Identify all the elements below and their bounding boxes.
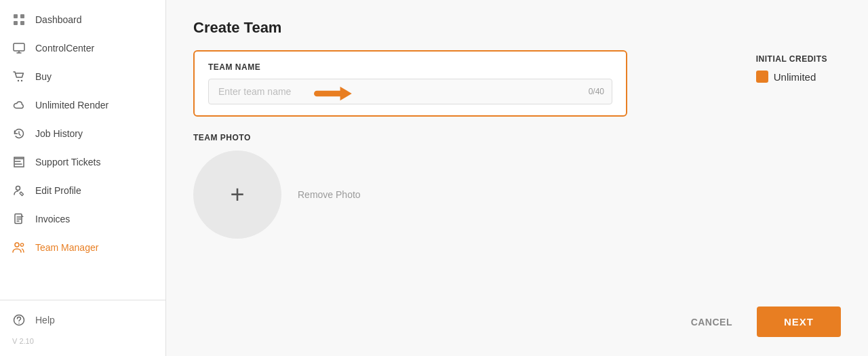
sidebar-item-dashboard[interactable]: Dashboard xyxy=(0,5,165,34)
photo-upload-circle[interactable]: + xyxy=(193,151,281,239)
sidebar: Dashboard ControlCenter Buy xyxy=(0,0,166,356)
sidebar-item-buy-label: Buy xyxy=(35,71,52,82)
team-icon xyxy=(12,241,26,254)
svg-point-12 xyxy=(18,323,20,324)
sidebar-item-edit-profile-label: Edit Profile xyxy=(35,185,81,196)
sidebar-item-unlimited-render-label: Unlimited Render xyxy=(35,100,108,111)
list-icon xyxy=(12,155,26,169)
sidebar-item-support-tickets-label: Support Tickets xyxy=(35,157,101,167)
svg-point-10 xyxy=(20,243,23,246)
team-photo-label: TEAM PHOTO xyxy=(193,133,627,142)
history-icon xyxy=(12,127,26,140)
sidebar-item-help-label: Help xyxy=(35,315,55,325)
svg-point-5 xyxy=(18,80,19,81)
team-name-input-wrapper: 0/40 xyxy=(208,79,612,104)
svg-rect-0 xyxy=(14,14,18,18)
char-count: 0/40 xyxy=(589,87,604,96)
sidebar-item-controlcenter-label: ControlCenter xyxy=(35,43,94,54)
sidebar-item-help[interactable]: Help xyxy=(0,306,165,334)
svg-point-6 xyxy=(21,80,22,81)
credits-dot xyxy=(756,71,768,83)
sidebar-item-invoices[interactable]: Invoices xyxy=(0,205,165,233)
sidebar-item-dashboard-label: Dashboard xyxy=(35,14,82,25)
team-name-label: TEAM NAME xyxy=(208,62,612,72)
user-edit-icon xyxy=(12,184,26,197)
svg-rect-3 xyxy=(20,21,24,25)
page-title: Create Team xyxy=(193,19,841,37)
svg-point-7 xyxy=(16,186,20,191)
svg-rect-1 xyxy=(20,14,24,18)
svg-point-9 xyxy=(15,243,19,247)
help-icon xyxy=(12,313,26,327)
sidebar-item-team-manager[interactable]: Team Manager xyxy=(0,233,165,262)
sidebar-nav: Dashboard ControlCenter Buy xyxy=(0,0,165,300)
credits-item: Unlimited xyxy=(756,71,827,83)
team-name-input[interactable] xyxy=(208,79,612,104)
svg-rect-4 xyxy=(14,43,24,51)
cancel-button[interactable]: CANCEL xyxy=(680,310,743,334)
sidebar-item-controlcenter[interactable]: ControlCenter xyxy=(0,34,165,62)
credits-value: Unlimited xyxy=(774,71,816,83)
initial-credits-panel: INITIAL CREDITS Unlimited xyxy=(756,54,827,83)
photo-area: + Remove Photo xyxy=(193,151,627,239)
team-name-section: TEAM NAME 0/40 xyxy=(193,50,627,117)
document-icon xyxy=(12,212,26,226)
sidebar-item-buy[interactable]: Buy xyxy=(0,62,165,91)
sidebar-footer: Help V 2.10 xyxy=(0,300,165,356)
cart-icon xyxy=(12,70,26,83)
sidebar-item-job-history-label: Job History xyxy=(35,128,83,139)
sidebar-item-team-manager-label: Team Manager xyxy=(35,242,98,253)
version-label: V 2.10 xyxy=(0,334,165,351)
sidebar-item-edit-profile[interactable]: Edit Profile xyxy=(0,176,165,205)
add-photo-icon: + xyxy=(230,182,244,207)
footer-buttons: CANCEL NEXT xyxy=(680,306,841,337)
sidebar-item-unlimited-render[interactable]: Unlimited Render xyxy=(0,91,165,119)
team-photo-section: TEAM PHOTO + Remove Photo xyxy=(193,133,627,239)
initial-credits-label: INITIAL CREDITS xyxy=(756,54,827,64)
sidebar-item-invoices-label: Invoices xyxy=(35,214,70,224)
sidebar-item-support-tickets[interactable]: Support Tickets xyxy=(0,148,165,176)
arrow-decoration xyxy=(314,80,355,107)
cloud-icon xyxy=(12,98,26,112)
monitor-icon xyxy=(12,41,26,55)
svg-rect-2 xyxy=(14,21,18,25)
remove-photo-button[interactable]: Remove Photo xyxy=(298,189,361,200)
sidebar-item-job-history[interactable]: Job History xyxy=(0,119,165,148)
next-button[interactable]: NEXT xyxy=(757,306,841,337)
dashboard-icon xyxy=(12,13,26,26)
main-content: Create Team TEAM NAME 0/40 TEAM PHOTO + … xyxy=(166,0,868,356)
